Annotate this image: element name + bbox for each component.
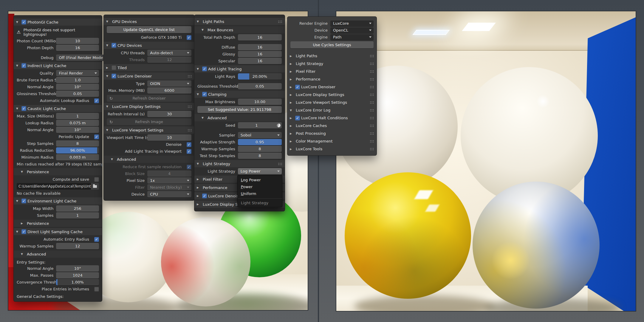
section-gpu-devices[interactable]: ▼GPU Devices [104, 18, 194, 25]
total-path-depth-field[interactable]: 16 [238, 34, 282, 41]
geforce-gtx-1080-ti-checkbox[interactable] [187, 35, 191, 40]
samples-field[interactable]: 1 [56, 212, 99, 219]
section-luxcore-halt-conditions[interactable]: ▶LuxCore Halt Conditions [287, 114, 377, 122]
collapse-arrow-icon[interactable]: ▶ [290, 132, 295, 135]
automatic-entry-radius-checkbox[interactable] [94, 237, 99, 242]
automatic-lookup-radius-checkbox[interactable] [94, 98, 99, 103]
panel-grip-icon[interactable] [370, 70, 374, 73]
panel-grip-icon[interactable] [370, 62, 374, 65]
section-advanced[interactable]: ▼Advanced [194, 114, 285, 121]
compute-and-save-checkbox[interactable] [94, 177, 99, 182]
collapse-arrow-icon[interactable]: ▶ [290, 140, 295, 143]
animate-property-icon[interactable] [276, 123, 281, 128]
expand-arrow-icon[interactable]: ▼ [16, 21, 21, 24]
render-viewport-right[interactable] [336, 11, 636, 311]
section-max-bounces[interactable]: ▼Max Bounces [194, 26, 285, 33]
section-light-paths[interactable]: ▼Light Paths [194, 18, 285, 25]
denoise-checkbox[interactable] [187, 142, 191, 147]
expand-arrow-icon[interactable]: ▼ [16, 107, 21, 110]
luxcore-denoiser-checkbox[interactable] [202, 193, 207, 198]
section-luxcore-viewport-settings[interactable]: ▶LuxCore Viewport Settings [287, 99, 377, 106]
expand-arrow-icon[interactable]: ▼ [197, 67, 202, 70]
glossiness-threshold-field[interactable]: 0.05 [56, 91, 99, 97]
light-strategy-dropdown[interactable]: Log PowerLog PowerPowerUniformLight Stra… [238, 168, 282, 174]
panel-grip-icon[interactable] [370, 117, 374, 119]
collapse-arrow-icon[interactable]: ▶ [290, 101, 295, 104]
direct-light-sampling-cache-checkbox[interactable] [21, 229, 26, 234]
expand-arrow-icon[interactable]: ▼ [106, 75, 111, 78]
threads-field[interactable]: 12 [147, 57, 191, 63]
panel-grip-icon[interactable] [188, 75, 192, 78]
section-luxcore-caches[interactable]: ▶LuxCore Caches [287, 122, 377, 129]
panel-grip-icon[interactable] [370, 109, 374, 112]
section-luxcore-denoiser[interactable]: ▼LuxCore Denoiser [104, 72, 194, 80]
collapse-arrow-icon[interactable]: ▶ [290, 55, 295, 58]
test-step-samples-field[interactable]: 8 [238, 153, 282, 159]
collapse-arrow-icon[interactable]: ▶ [106, 66, 111, 69]
cpu-threads-dropdown[interactable]: Auto-detect [147, 50, 191, 56]
section-environment-light-cache[interactable]: ▼Environment Light Cache [14, 197, 102, 205]
collapse-arrow-icon[interactable]: ▶ [21, 222, 26, 225]
section-add-light-tracing[interactable]: ▼Add Light Tracing [194, 65, 285, 72]
lookup-radius-field[interactable]: 0.075 m [56, 120, 99, 126]
place-entries-in-volumes-checkbox[interactable] [94, 287, 99, 292]
section-advanced[interactable]: ▼Advanced [104, 156, 194, 163]
section-pixel-filter[interactable]: ▶Pixel Filter [287, 68, 377, 75]
cache-file-path-input[interactable]: C:\Users\Blender\AppData\Local\Temp\Unti… [17, 183, 91, 190]
section-caustic-light-cache[interactable]: ▼Caustic Light Cache [14, 105, 102, 112]
block-size-field[interactable]: 4 [147, 171, 191, 177]
max-passes-field[interactable]: 1024 [56, 272, 99, 278]
caustic-light-cache-checkbox[interactable] [21, 106, 26, 111]
panel-grip-icon[interactable] [188, 129, 192, 131]
max-brightness-field[interactable]: 10.00 [238, 99, 282, 105]
glossiness-threshold-field[interactable]: 0.05 [238, 83, 282, 89]
type-dropdown[interactable]: OIDN [147, 80, 191, 87]
collapse-arrow-icon[interactable]: ▶ [290, 124, 295, 127]
convergence-threshold-field[interactable]: 1.00% [56, 279, 99, 285]
radius-reduction-field[interactable]: 96.00% [56, 147, 99, 154]
panel-grip-icon[interactable] [370, 148, 374, 150]
step-samples-field[interactable]: 8 [56, 140, 99, 147]
panel-grip-icon[interactable] [370, 86, 374, 88]
panel-grip-icon[interactable] [370, 93, 374, 96]
section-advanced[interactable]: ▼Advanced [14, 250, 102, 258]
periodic-update-checkbox[interactable] [94, 134, 99, 139]
minimum-radius-field[interactable]: 0.003 m [56, 154, 99, 160]
section-color-management[interactable]: ▶Color Management [287, 137, 377, 145]
viewport-halt-time-s-field[interactable]: 10 [147, 134, 191, 141]
update-opencl-device-list-button[interactable]: Update OpenCL device list [107, 26, 191, 33]
collapse-arrow-icon[interactable]: ▶ [290, 86, 295, 89]
device-dropdown[interactable]: OpenCL [330, 27, 374, 33]
panel-grip-icon[interactable] [188, 105, 192, 108]
refresh-interval-s-field[interactable]: 30 [147, 111, 191, 117]
quality-dropdown[interactable]: Final Render [56, 70, 99, 76]
open-file-browser-button[interactable] [91, 183, 99, 190]
collapse-arrow-icon[interactable]: ▶ [290, 78, 295, 81]
menu-item-power[interactable]: Power [238, 183, 282, 190]
panel-grip-icon[interactable] [370, 132, 374, 135]
collapse-arrow-icon[interactable]: ▶ [197, 194, 202, 197]
expand-arrow-icon[interactable]: ▼ [106, 44, 111, 47]
normal-angle-field[interactable]: 10° [56, 127, 99, 133]
panel-grip-icon[interactable] [278, 162, 282, 165]
section-light-paths[interactable]: ▶Light Paths [287, 52, 377, 60]
refresh-denoiser-button[interactable]: ↻Refresh Denoiser [107, 95, 191, 102]
expand-arrow-icon[interactable]: ▼ [16, 199, 21, 202]
max-size-millions-field[interactable]: 1 [56, 113, 99, 119]
warmup-samples-field[interactable]: 12 [56, 243, 99, 249]
reduce-first-sample-resolution-checkbox[interactable] [187, 165, 191, 169]
expand-arrow-icon[interactable]: ▼ [106, 129, 111, 131]
collapse-arrow-icon[interactable]: ▶ [290, 70, 295, 73]
panel-grip-icon[interactable] [370, 78, 374, 80]
expand-arrow-icon[interactable]: ▼ [197, 20, 202, 23]
seed-field[interactable]: 1 [238, 122, 282, 129]
section-luxcore-tools[interactable]: ▶LuxCore Tools [287, 145, 377, 153]
expand-arrow-icon[interactable]: ▼ [16, 64, 21, 67]
panel-grip-icon[interactable] [370, 101, 374, 104]
debug-dropdown[interactable]: Off (Final Render Mode) [56, 55, 110, 61]
section-luxcore-viewport-settings[interactable]: ▼LuxCore Viewport Settings [104, 126, 194, 134]
device-dropdown[interactable]: CPU [147, 191, 191, 197]
engine-dropdown[interactable]: Path [330, 34, 374, 40]
expand-arrow-icon[interactable]: ▼ [202, 116, 206, 119]
diffuse-field[interactable]: 16 [238, 44, 282, 50]
